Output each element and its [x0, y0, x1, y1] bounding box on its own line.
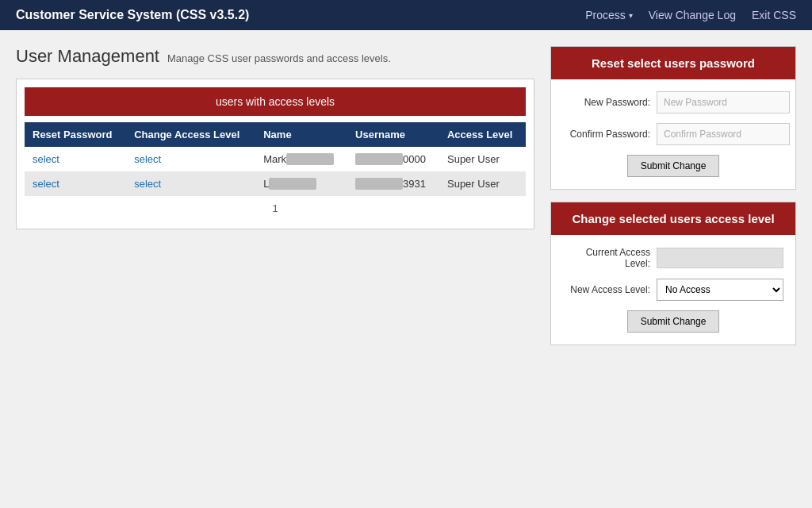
change-access-title: Change selected users access level — [551, 202, 795, 235]
table-header-row: Reset Password Change Access Level Name … — [25, 122, 526, 147]
reset-password-title: Reset select users password — [551, 47, 795, 79]
col-reset-password: Reset Password — [25, 122, 126, 147]
page-title-area: User Management Manage CSS user password… — [16, 46, 534, 67]
header-nav: Process ▾ View Change Log Exit CSS — [585, 9, 796, 21]
process-menu[interactable]: Process ▾ — [585, 9, 633, 21]
change-access-body: Current Access Level: New Access Level: … — [551, 235, 795, 344]
reset-password-body: New Password: Confirm Password: Submit C… — [551, 79, 795, 189]
table-row: select select L 3931 Super User — [25, 171, 526, 196]
users-table: Reset Password Change Access Level Name … — [25, 122, 526, 196]
header: Customer Service System (CSS v3.5.2) Pro… — [0, 0, 812, 30]
new-access-select[interactable]: No AccessRead OnlyStandardSuper User — [657, 279, 783, 301]
reset-password-panel: Reset select users password New Password… — [550, 46, 796, 190]
col-name: Name — [255, 122, 347, 147]
users-table-header: users with access levels — [25, 87, 526, 116]
main-content: User Management Manage CSS user password… — [0, 30, 812, 361]
change-access-select-0[interactable]: select — [134, 153, 161, 165]
row-access-1: Super User — [439, 171, 526, 196]
users-table-container: users with access levels Reset Password … — [16, 79, 534, 229]
new-password-row: New Password: — [563, 91, 783, 114]
new-password-input[interactable] — [657, 91, 790, 114]
confirm-password-label: Confirm Password: — [563, 129, 650, 140]
process-label: Process — [585, 9, 626, 21]
current-access-row: Current Access Level: — [563, 247, 783, 269]
change-access-panel: Change selected users access level Curre… — [550, 202, 796, 345]
col-access-level: Access Level — [439, 122, 526, 147]
new-access-label: New Access Level: — [563, 284, 650, 295]
new-access-row: New Access Level: No AccessRead OnlyStan… — [563, 279, 783, 301]
name-blur-0 — [286, 153, 334, 165]
confirm-password-row: Confirm Password: — [563, 123, 783, 145]
pagination: 1 — [25, 196, 526, 221]
col-change-access: Change Access Level — [126, 122, 255, 147]
col-username: Username — [347, 122, 439, 147]
exit-css-link[interactable]: Exit CSS — [752, 9, 796, 21]
page-number: 1 — [272, 202, 278, 214]
left-panel: User Management Manage CSS user password… — [16, 46, 534, 229]
row-name-1: L — [255, 171, 347, 196]
row-name-0: Mark — [255, 147, 347, 171]
name-blur-1 — [269, 178, 316, 190]
table-row: select select Mark 0000 Super User — [25, 147, 526, 171]
reset-password-select-1[interactable]: select — [33, 178, 59, 190]
reset-password-select-0[interactable]: select — [33, 153, 59, 165]
change-access-select-1[interactable]: select — [134, 178, 161, 190]
chevron-down-icon: ▾ — [629, 11, 633, 20]
row-access-0: Super User — [439, 147, 526, 171]
username-blur-1 — [355, 178, 403, 190]
page-subtitle: Manage CSS user passwords and access lev… — [167, 52, 391, 64]
username-blur-0 — [355, 153, 403, 165]
current-access-label: Current Access Level: — [563, 247, 650, 269]
reset-password-submit[interactable]: Submit Change — [627, 155, 720, 177]
app-title: Customer Service System (CSS v3.5.2) — [16, 8, 249, 22]
current-access-value — [657, 248, 783, 268]
view-change-log-link[interactable]: View Change Log — [649, 9, 736, 21]
confirm-password-input[interactable] — [657, 123, 790, 145]
page-title: User Management — [16, 46, 159, 67]
change-access-submit[interactable]: Submit Change — [627, 310, 720, 333]
row-username-0: 0000 — [347, 147, 439, 171]
new-password-label: New Password: — [563, 97, 650, 108]
row-username-1: 3931 — [347, 171, 439, 196]
right-panel: Reset select users password New Password… — [550, 46, 796, 345]
